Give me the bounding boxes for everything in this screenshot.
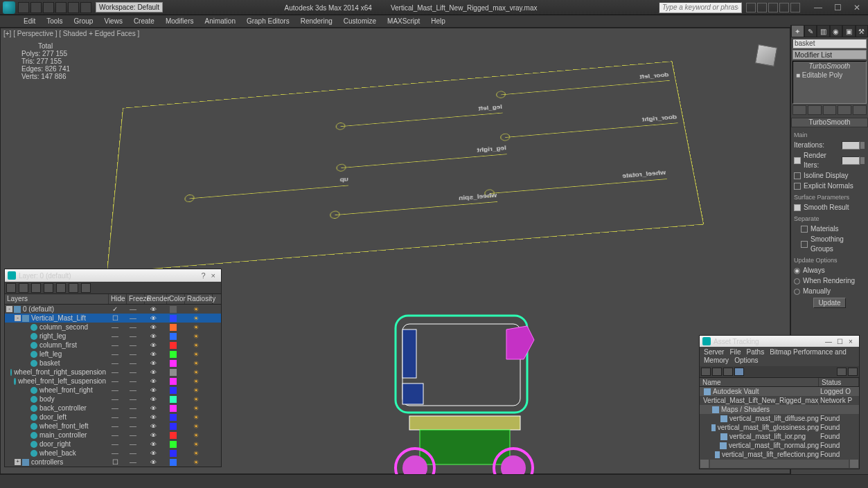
scroll-track[interactable] xyxy=(710,460,849,468)
remove-modifier-icon[interactable] xyxy=(838,105,851,115)
stack-turbosmooth[interactable]: TurboSmooth xyxy=(793,62,866,71)
render-iters-spinner[interactable]: 1 xyxy=(842,156,860,165)
asset-row[interactable]: vertical_mast_lift_glossiness.pngFound xyxy=(700,423,859,432)
cell-color[interactable] xyxy=(164,450,182,457)
menu-rendering[interactable]: Rendering xyxy=(298,16,335,26)
cell-freeze[interactable]: — xyxy=(124,377,142,385)
asset-row[interactable]: Vertical_Mast_Lift_New_Rigged_max_vray.m… xyxy=(700,396,859,405)
qat-new[interactable] xyxy=(18,2,29,13)
cell-freeze[interactable]: — xyxy=(124,359,142,367)
cell-hide[interactable]: — xyxy=(106,359,124,367)
tab-motion[interactable]: ◉ xyxy=(830,25,843,37)
smoothing-groups-check[interactable] xyxy=(801,241,808,248)
iterations-spinner[interactable]: 0 xyxy=(842,141,860,150)
spinner-arrows[interactable] xyxy=(860,141,865,150)
cell-hide[interactable]: — xyxy=(106,386,124,394)
asset-menu-options[interactable]: Options xyxy=(734,356,758,364)
delete-layer-icon[interactable] xyxy=(19,283,28,293)
cell-freeze[interactable]: — xyxy=(124,413,142,421)
cell-radiosity[interactable]: ☀ xyxy=(182,359,210,367)
cell-radiosity[interactable]: ☀ xyxy=(182,341,210,349)
cell-radiosity[interactable]: ☀ xyxy=(182,422,210,430)
menu-group[interactable]: Group xyxy=(71,16,96,26)
col-status[interactable]: Status xyxy=(819,378,859,386)
cell-radiosity[interactable]: ☀ xyxy=(182,377,210,385)
cell-render[interactable]: 👁 xyxy=(142,377,164,385)
cell-freeze[interactable]: — xyxy=(124,332,142,340)
minimize-button[interactable]: — xyxy=(810,3,826,12)
cell-render[interactable]: 👁 xyxy=(142,449,164,457)
cell-color[interactable] xyxy=(164,414,182,421)
controller-wheel-spin[interactable]: wheel_spin xyxy=(335,192,497,216)
object-row[interactable]: wheel_back——👁☀ xyxy=(5,449,221,458)
qat-open[interactable] xyxy=(30,2,42,13)
search-icon[interactable] xyxy=(746,3,756,12)
asset-max-button[interactable]: ☐ xyxy=(834,338,845,345)
stack-editable-poly[interactable]: ■ Editable Poly xyxy=(793,71,866,80)
help-icon[interactable] xyxy=(790,3,800,12)
cell-color[interactable] xyxy=(164,315,182,322)
cell-freeze[interactable]: — xyxy=(124,458,142,466)
controller-door-right[interactable]: door_right xyxy=(504,114,678,138)
cell-hide[interactable]: ☐ xyxy=(106,314,124,322)
cell-color[interactable] xyxy=(164,423,182,430)
menu-maxscript[interactable]: MAXScript xyxy=(384,16,423,26)
object-row[interactable]: door_left——👁☀ xyxy=(5,413,221,422)
cell-radiosity[interactable]: ☀ xyxy=(182,386,210,394)
add-to-layer-icon[interactable] xyxy=(31,283,41,293)
col-layers[interactable]: Layers xyxy=(5,294,109,304)
app-logo[interactable] xyxy=(3,1,15,14)
cell-freeze[interactable]: — xyxy=(124,431,142,439)
cell-radiosity[interactable]: ☀ xyxy=(182,332,210,340)
layer-close-button[interactable]: × xyxy=(209,271,218,280)
cell-radiosity[interactable]: ☀ xyxy=(182,404,210,412)
cell-color[interactable] xyxy=(164,351,182,358)
cell-hide[interactable]: — xyxy=(106,332,124,340)
asset-menu-paths[interactable]: Paths xyxy=(747,348,765,356)
cell-radiosity[interactable]: ☀ xyxy=(182,413,210,421)
asset-close-button[interactable]: × xyxy=(845,338,856,345)
object-row[interactable]: left_leg——👁☀ xyxy=(5,350,221,359)
radio-when-render[interactable] xyxy=(794,278,800,284)
cell-render[interactable]: 👁 xyxy=(142,314,164,322)
cell-freeze[interactable]: — xyxy=(124,350,142,358)
cell-freeze[interactable]: — xyxy=(124,305,142,313)
object-row[interactable]: right_leg——👁☀ xyxy=(5,332,221,341)
workspace-selector[interactable]: Workspace: Default xyxy=(96,2,163,12)
explicit-check[interactable] xyxy=(794,183,801,190)
controller-door-left[interactable]: door_left xyxy=(500,72,670,95)
exchange-icon[interactable] xyxy=(768,3,778,12)
cell-radiosity[interactable]: ☀ xyxy=(182,440,210,448)
modifier-stack[interactable]: TurboSmooth ■ Editable Poly xyxy=(792,61,867,104)
tab-utilities[interactable]: ⚒ xyxy=(856,25,869,37)
cell-color[interactable] xyxy=(164,324,182,331)
viewport-label[interactable]: [+] [ Perspective ] [ Shaded + Edged Fac… xyxy=(3,30,139,37)
asset-list[interactable]: Autodesk VaultLogged OVertical_Mast_Lift… xyxy=(700,387,859,459)
radio-manually[interactable] xyxy=(794,289,800,295)
cell-color[interactable] xyxy=(164,378,182,385)
cell-render[interactable]: 👁 xyxy=(142,350,164,358)
menu-customize[interactable]: Customize xyxy=(341,16,379,26)
col-freeze[interactable]: Freeze xyxy=(127,294,145,304)
asset-row[interactable]: vertical_mast_lift_diffuse.pngFound xyxy=(700,414,859,423)
tab-create[interactable]: ✦ xyxy=(791,25,804,37)
col-render[interactable]: Render xyxy=(145,294,167,304)
cell-hide[interactable]: ✓ xyxy=(106,305,124,313)
modifier-list[interactable]: Modifier List xyxy=(792,50,867,60)
pin-stack-icon[interactable] xyxy=(792,105,806,115)
cell-radiosity[interactable]: ☀ xyxy=(182,449,210,457)
scroll-left[interactable] xyxy=(700,460,709,468)
cell-freeze[interactable]: — xyxy=(124,395,142,403)
asset-group-row[interactable]: Maps / Shaders xyxy=(700,405,859,414)
object-row[interactable]: wheel_front_left_suspension——👁☀ xyxy=(5,377,221,386)
object-row[interactable]: column_first——👁☀ xyxy=(5,341,221,350)
tab-hierarchy[interactable]: ▥ xyxy=(817,25,830,37)
col-color[interactable]: Color xyxy=(167,294,185,304)
render-iters-check[interactable] xyxy=(794,157,801,164)
cell-hide[interactable]: — xyxy=(106,323,124,331)
col-radiosity[interactable]: Radiosity xyxy=(185,294,213,304)
controller-wheel-rotate[interactable]: wheel_rotate xyxy=(488,170,666,194)
asset-row[interactable]: vertical_mast_lift_normal.pngFound xyxy=(700,441,859,450)
menu-animation[interactable]: Animation xyxy=(202,16,238,26)
cell-hide[interactable]: — xyxy=(106,350,124,358)
